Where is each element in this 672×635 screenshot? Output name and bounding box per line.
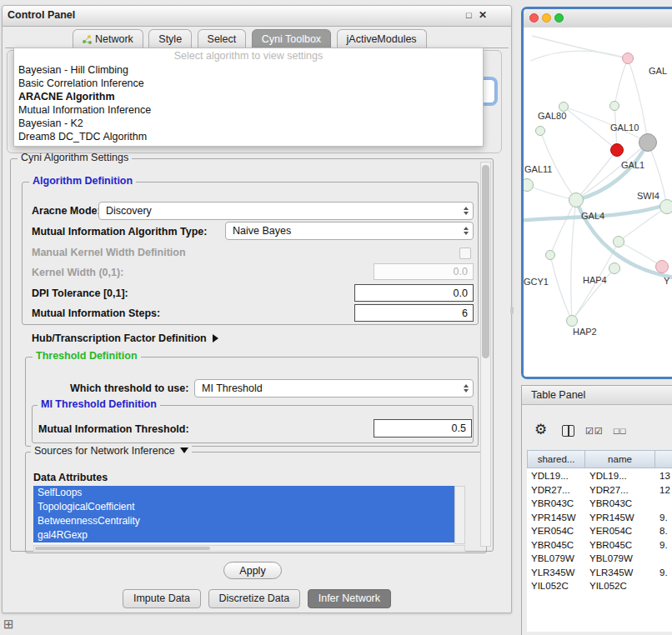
table-row[interactable]: YDL19...YDL19...13: [527, 469, 672, 483]
network-node[interactable]: [639, 133, 657, 152]
scrollbar-thumb[interactable]: [35, 547, 210, 550]
table-cell[interactable]: 13: [655, 471, 672, 481]
table-cell[interactable]: 9.: [655, 568, 672, 578]
attribute-item-selected[interactable]: SelfLoops: [33, 486, 454, 500]
table-cell[interactable]: YIL052C: [585, 581, 655, 591]
minimize-traffic-light[interactable]: [542, 13, 551, 22]
aracne-mode-combobox[interactable]: Discovery: [98, 202, 474, 220]
tab-discretize-data[interactable]: Discretize Data: [208, 589, 301, 608]
which-threshold-combobox[interactable]: MI Threshold: [194, 379, 474, 398]
table-cell[interactable]: YDR27...: [585, 485, 655, 495]
tab-jactivemodules[interactable]: jActiveModules: [337, 29, 427, 49]
mi-type-combobox[interactable]: Naive Bayes: [225, 222, 474, 240]
attribute-item-selected[interactable]: BetweennessCentrality: [33, 514, 454, 528]
control-panel-window: Control Panel □ ✕ Network Style Select C…: [2, 5, 512, 613]
apply-button[interactable]: Apply: [223, 562, 282, 579]
network-node[interactable]: [622, 52, 634, 64]
table-cell[interactable]: YER054C: [585, 526, 655, 536]
manual-kernel-checkbox[interactable]: [459, 248, 471, 259]
kernel-width-field[interactable]: 0.0: [374, 263, 474, 280]
network-node[interactable]: [659, 199, 672, 214]
table-cell[interactable]: YPR145W: [585, 512, 655, 522]
table-cell[interactable]: YDL19...: [527, 471, 585, 481]
scrollbar-thumb[interactable]: [482, 165, 489, 358]
dpi-tolerance-field[interactable]: 0.0: [354, 284, 474, 302]
network-node[interactable]: [655, 260, 669, 273]
network-node[interactable]: [610, 143, 624, 157]
dropdown-item[interactable]: Basic Correlation Inference: [14, 77, 483, 90]
attribute-item-selected[interactable]: gal4RGexp: [33, 528, 454, 542]
column-header[interactable]: [655, 450, 672, 468]
dropdown-item[interactable]: Bayesian - K2: [14, 117, 483, 130]
network-node[interactable]: [566, 315, 578, 327]
splitpane-handle[interactable]: [510, 307, 514, 314]
tab-impute-data[interactable]: Impute Data: [123, 589, 201, 608]
table-cell[interactable]: YLR345W: [527, 568, 585, 578]
network-node[interactable]: [609, 262, 620, 274]
network-node[interactable]: [535, 126, 545, 136]
table-cell[interactable]: YBR045C: [585, 540, 655, 550]
tab-network[interactable]: Network: [73, 29, 143, 49]
expand-right-icon[interactable]: [213, 334, 218, 342]
tab-select[interactable]: Select: [198, 29, 247, 49]
table-cell[interactable]: YBR045C: [527, 540, 585, 550]
select-all-columns-icon[interactable]: ☑☑: [585, 426, 604, 437]
mi-steps-field[interactable]: 6: [354, 304, 474, 322]
tab-style[interactable]: Style: [148, 29, 192, 49]
close-traffic-light[interactable]: [529, 13, 539, 22]
dropdown-item[interactable]: Bayesian - Hill Climbing: [14, 63, 483, 77]
table-cell[interactable]: YBR043C: [585, 498, 655, 508]
table-cell[interactable]: YBL079W: [585, 553, 655, 563]
table-row[interactable]: YBR045CYBR045C9.: [527, 538, 672, 552]
column-header[interactable]: shared...: [527, 450, 585, 468]
node-label: GAL: [649, 66, 667, 76]
table-row[interactable]: YDR27...YDR27...12: [527, 483, 672, 498]
table-row[interactable]: YPR145WYPR145W9.: [527, 511, 672, 525]
table-row[interactable]: YER054CYER054C8.: [527, 524, 672, 538]
network-node[interactable]: [609, 101, 619, 111]
collapse-down-icon[interactable]: [180, 448, 188, 453]
column-header[interactable]: name: [585, 450, 655, 468]
dropdown-item[interactable]: Dream8 DC_TDC Algorithm: [14, 130, 483, 143]
table-cell[interactable]: YBR043C: [527, 498, 585, 508]
mi-threshold-field[interactable]: 0.5: [374, 419, 472, 438]
tab-cyni-toolbox[interactable]: Cyni Toolbox: [252, 29, 331, 49]
hub-definition-expander[interactable]: Hub/Transcription Factor Definition: [32, 332, 218, 344]
table-cell[interactable]: YPR145W: [527, 512, 585, 522]
table-row[interactable]: YBR043CYBR043C: [527, 497, 672, 511]
table-cell[interactable]: 9.: [655, 540, 672, 550]
table-cell[interactable]: YDR27...: [527, 485, 585, 495]
table-row[interactable]: YBL079WYBL079W: [527, 552, 672, 566]
table-cell[interactable]: YIL052C: [527, 581, 585, 591]
table-row[interactable]: YLR345WYLR345W9.: [527, 566, 672, 580]
sources-collapser[interactable]: Sources for Network Inference: [31, 445, 192, 457]
table-cell[interactable]: YDL19...: [585, 471, 655, 481]
zoom-traffic-light[interactable]: [554, 13, 564, 22]
node-label: HAP4: [583, 275, 607, 285]
network-canvas[interactable]: GAL80 GAL10 GAL11 GAL1 SWI4 GAL4 GCY1 HA…: [524, 28, 672, 377]
close-window-icon[interactable]: ✕: [479, 9, 487, 21]
float-window-icon[interactable]: □: [466, 10, 472, 20]
deselect-all-columns-icon[interactable]: □□: [614, 426, 626, 436]
network-node[interactable]: [545, 250, 555, 260]
table-cell[interactable]: YBL079W: [527, 553, 585, 563]
settings-vertical-scrollbar[interactable]: [480, 162, 491, 547]
table-cell[interactable]: 12: [655, 485, 672, 495]
attributes-horizontal-scrollbar[interactable]: [33, 545, 465, 552]
attribute-item-selected[interactable]: TopologicalCoefficient: [33, 500, 454, 514]
gear-icon[interactable]: ⚙: [534, 421, 547, 438]
table-cell[interactable]: 8.: [655, 526, 672, 536]
network-node[interactable]: [613, 236, 624, 248]
show-columns-icon[interactable]: [562, 425, 574, 437]
network-node[interactable]: [569, 192, 584, 208]
table-cell[interactable]: YLR345W: [585, 568, 655, 578]
dropdown-item-selected[interactable]: ARACNE Algorithm: [14, 90, 483, 103]
attributes-vertical-scrollbar[interactable]: [454, 486, 465, 544]
minimized-panel-icon[interactable]: ⊞: [3, 617, 14, 632]
table-cell[interactable]: YER054C: [527, 526, 585, 536]
table-cell[interactable]: 9.: [655, 512, 672, 522]
dropdown-item[interactable]: Mutual Information Inference: [14, 103, 483, 117]
table-row[interactable]: YIL052CYIL052C: [527, 579, 672, 593]
combobox-value: Discovery: [106, 205, 152, 217]
tab-infer-network[interactable]: Infer Network: [308, 589, 391, 608]
